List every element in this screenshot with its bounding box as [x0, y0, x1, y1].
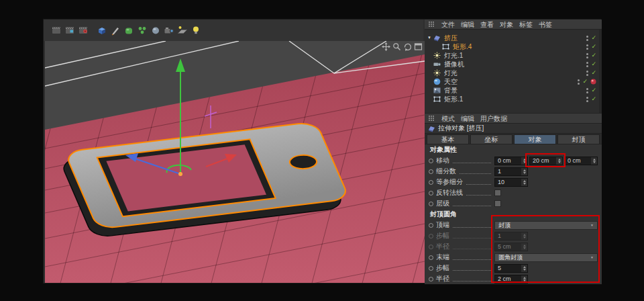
- render-view-button[interactable]: [50, 24, 62, 36]
- environment-button[interactable]: [176, 24, 189, 36]
- tab-0[interactable]: 基本: [427, 134, 469, 144]
- visibility-dots-icon[interactable]: [586, 62, 588, 67]
- keyframe-dot-icon[interactable]: [429, 266, 433, 271]
- object-name: 天空: [444, 77, 458, 86]
- am-menu-0[interactable]: 模式: [441, 114, 455, 124]
- value-field[interactable]: 1: [494, 232, 528, 241]
- object-row-6[interactable]: 背景✓: [425, 86, 602, 95]
- checkbox-4[interactable]: [494, 189, 501, 196]
- zoom-icon[interactable]: [392, 42, 401, 51]
- keyframe-dot-icon[interactable]: [429, 223, 433, 228]
- dropdown-10[interactable]: 圆角封顶▼: [494, 253, 598, 262]
- value-field[interactable]: 5: [494, 264, 528, 273]
- spinner-arrows-icon[interactable]: [521, 275, 527, 283]
- value-field[interactable]: 5 cm: [494, 243, 528, 251]
- viewport-3d[interactable]: [45, 41, 425, 283]
- spinner-arrows-icon[interactable]: [591, 157, 597, 165]
- value-field[interactable]: 10: [494, 178, 528, 187]
- camera-button[interactable]: [163, 24, 175, 36]
- light-icon: [433, 52, 442, 59]
- spinner-arrows-icon[interactable]: [556, 157, 562, 165]
- enabled-check-icon[interactable]: ✓: [591, 44, 596, 50]
- spinner-arrows-icon[interactable]: [521, 179, 527, 186]
- keyframe-dot-icon[interactable]: [429, 159, 433, 163]
- spinner-arrows-icon[interactable]: [521, 232, 527, 240]
- object-name: 摄像机: [444, 60, 464, 69]
- light-icon: [433, 69, 442, 77]
- tab-1[interactable]: 坐标: [470, 134, 513, 144]
- value-field[interactable]: 20 cm: [529, 157, 563, 165]
- attr-fields: 封顶▼: [494, 221, 598, 230]
- om-menu-3[interactable]: 对象: [500, 19, 513, 30]
- gizmo-center[interactable]: [178, 172, 182, 176]
- render-settings-button[interactable]: [77, 24, 89, 36]
- object-row-4[interactable]: 灯光✓: [425, 69, 602, 77]
- am-menu-2[interactable]: 用户数据: [480, 114, 507, 124]
- tab-2[interactable]: 对象: [514, 134, 556, 144]
- object-name: 矩形.1: [444, 95, 463, 103]
- visibility-dots-icon[interactable]: [586, 36, 588, 41]
- keyframe-dot-icon[interactable]: [429, 255, 433, 260]
- dotted-leader: [453, 281, 491, 282]
- om-menu-0[interactable]: 文件: [441, 19, 455, 30]
- add-cube-button[interactable]: [96, 24, 108, 36]
- keyframe-dot-icon[interactable]: [429, 202, 433, 206]
- visibility-dots-icon[interactable]: [586, 88, 588, 93]
- spinner-arrows-icon[interactable]: [521, 168, 527, 175]
- array-button[interactable]: [136, 24, 148, 36]
- attr-row-9: 半径5 cm: [425, 241, 602, 252]
- value-field[interactable]: 2 cm: [494, 275, 528, 284]
- visibility-dots-icon[interactable]: [586, 53, 588, 58]
- object-row-5[interactable]: 天空✓: [425, 77, 602, 86]
- dropdown-7[interactable]: 封顶▼: [494, 221, 598, 230]
- am-menu-1[interactable]: 编辑: [461, 114, 474, 124]
- keyframe-dot-icon[interactable]: [429, 277, 433, 282]
- om-menu-5[interactable]: 书签: [539, 19, 552, 30]
- enabled-check-icon[interactable]: ✓: [582, 79, 588, 85]
- object-row-0[interactable]: ▼挤压✓: [425, 34, 602, 42]
- expand-arrow-icon[interactable]: ▼: [427, 34, 433, 42]
- spinner-arrows-icon[interactable]: [521, 265, 527, 272]
- spinner-arrows-icon[interactable]: [521, 157, 527, 165]
- enabled-check-icon[interactable]: ✓: [591, 87, 596, 93]
- om-menu-4[interactable]: 标签: [519, 19, 533, 30]
- pan-icon[interactable]: [382, 42, 390, 51]
- rotate-icon[interactable]: [403, 42, 412, 51]
- keyframe-dot-icon[interactable]: [429, 180, 433, 185]
- value-field[interactable]: 1: [494, 167, 528, 176]
- visibility-dots-icon[interactable]: [586, 71, 588, 76]
- om-menu-1[interactable]: 编辑: [461, 19, 474, 30]
- render-picture-viewer-button[interactable]: [64, 24, 76, 36]
- splineRect-icon: [442, 43, 451, 50]
- enabled-check-icon[interactable]: ✓: [591, 96, 596, 102]
- enabled-check-icon[interactable]: ✓: [591, 35, 596, 41]
- enabled-check-icon[interactable]: ✓: [591, 61, 596, 67]
- enabled-check-icon[interactable]: ✓: [591, 52, 596, 58]
- value-field[interactable]: 0 cm: [564, 157, 598, 165]
- visibility-dots-icon[interactable]: [586, 44, 588, 50]
- enabled-check-icon[interactable]: ✓: [591, 70, 596, 76]
- keyframe-dot-icon[interactable]: [429, 169, 433, 174]
- material-tag-icon[interactable]: [590, 79, 596, 85]
- object-row-3[interactable]: 摄像机✓: [425, 60, 602, 69]
- maximize-icon[interactable]: [414, 42, 423, 51]
- visibility-dots-icon[interactable]: [586, 97, 588, 102]
- dotted-leader: [453, 249, 491, 249]
- value-field[interactable]: 0 cm: [494, 157, 528, 165]
- object-row-2[interactable]: 灯光.1✓: [425, 51, 602, 60]
- keyframe-dot-icon[interactable]: [429, 191, 433, 196]
- generator-button[interactable]: [123, 24, 135, 36]
- object-row-7[interactable]: 矩形.1✓: [425, 95, 602, 103]
- simulation-button[interactable]: [150, 24, 162, 36]
- splineRect-icon: [433, 95, 442, 103]
- spline-pen-button[interactable]: [109, 24, 121, 36]
- keyframe-dot-icon[interactable]: [429, 245, 433, 249]
- object-row-1[interactable]: 矩形.4✓: [425, 42, 602, 51]
- spinner-arrows-icon[interactable]: [521, 243, 527, 251]
- tab-3[interactable]: 封顶: [557, 134, 600, 144]
- om-menu-2[interactable]: 查看: [480, 19, 494, 30]
- visibility-dots-icon[interactable]: [578, 79, 580, 85]
- checkbox-5[interactable]: [494, 200, 501, 207]
- light-button[interactable]: [190, 24, 202, 36]
- keyframe-dot-icon[interactable]: [429, 234, 433, 239]
